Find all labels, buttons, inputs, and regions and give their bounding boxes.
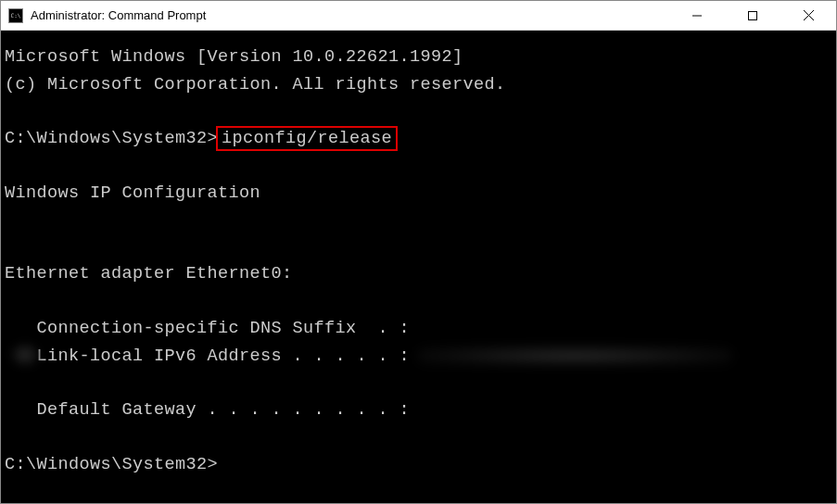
minimize-icon (691, 10, 703, 21)
blank (5, 153, 832, 180)
prompt-line-2: C:\Windows\System32> (5, 451, 832, 479)
redacted-ipv6-value (417, 346, 732, 365)
blank (5, 207, 832, 233)
adapter-header: Ethernet adapter Ethernet0: (5, 260, 832, 288)
blank (5, 98, 832, 125)
copyright-line: (c) Microsoft Corporation. All rights re… (5, 71, 832, 99)
cmd-icon (8, 8, 23, 23)
ipv6-line: Link-local IPv6 Address . . . . . : (5, 343, 832, 371)
close-icon (803, 9, 815, 21)
maximize-icon (747, 10, 758, 21)
blank (5, 424, 832, 451)
prompt-line-1: C:\Windows\System32>ipconfig/release (5, 125, 832, 153)
close-button[interactable] (780, 1, 836, 30)
blank (5, 288, 832, 315)
prompt-path: C:\Windows\System32> (5, 129, 218, 148)
dns-suffix-line: Connection-specific DNS Suffix . : (5, 315, 832, 343)
window-titlebar: Administrator: Command Prompt (1, 1, 836, 31)
blank (5, 370, 832, 397)
blur-artifact (10, 343, 40, 367)
prompt-path: C:\Windows\System32> (5, 455, 218, 474)
terminal-output[interactable]: Microsoft Windows [Version 10.0.22621.19… (1, 31, 836, 482)
window-controls (669, 1, 836, 30)
ipv6-label: Link-local IPv6 Address . . . . . : (5, 346, 410, 366)
banner-line: Microsoft Windows [Version 10.0.22621.19… (5, 44, 832, 71)
minimize-button[interactable] (669, 1, 725, 30)
command-highlighted: ipconfig/release (216, 126, 398, 151)
blank (5, 233, 832, 260)
ipconfig-header: Windows IP Configuration (5, 180, 832, 208)
window-title: Administrator: Command Prompt (31, 8, 669, 22)
gateway-line: Default Gateway . . . . . . . . . : (5, 397, 832, 424)
maximize-button[interactable] (725, 1, 780, 30)
svg-rect-1 (749, 11, 757, 19)
